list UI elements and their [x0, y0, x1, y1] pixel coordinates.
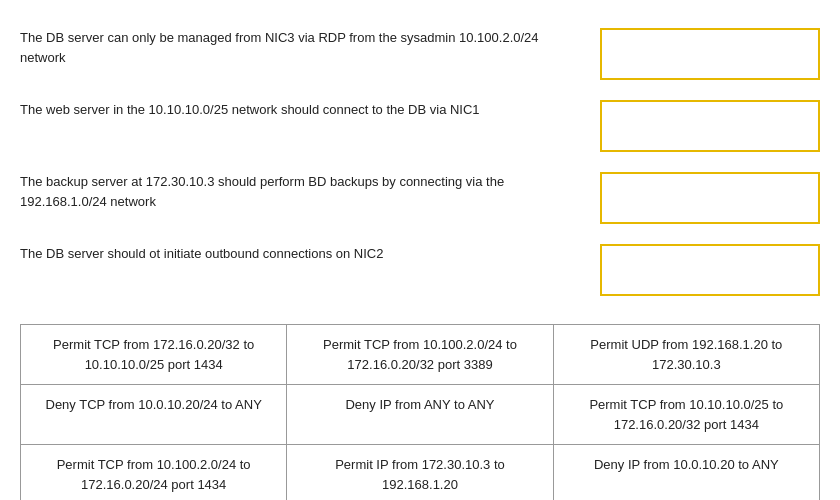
- drag-option-2[interactable]: Permit TCP from 10.100.2.0/24 to 172.16.…: [287, 325, 553, 385]
- drag-option-9[interactable]: Deny IP from 10.0.10.20 to ANY: [554, 445, 820, 500]
- drag-option-7[interactable]: Permit TCP from 10.100.2.0/24 to 172.16.…: [21, 445, 287, 500]
- question-text-3: The backup server at 172.30.10.3 should …: [20, 172, 580, 224]
- answer-box-2[interactable]: [600, 100, 820, 152]
- drag-option-1[interactable]: Permit TCP from 172.16.0.20/32 to 10.10.…: [21, 325, 287, 385]
- drag-option-4[interactable]: Deny TCP from 10.0.10.20/24 to ANY: [21, 385, 287, 445]
- question-text-1: The DB server can only be managed from N…: [20, 28, 580, 80]
- question-text-4: The DB server should ot initiate outboun…: [20, 244, 580, 296]
- answer-box-1[interactable]: [600, 28, 820, 80]
- question-row-1: The DB server can only be managed from N…: [20, 18, 820, 90]
- drag-option-6[interactable]: Permit TCP from 10.10.10.0/25 to 172.16.…: [554, 385, 820, 445]
- options-grid: Permit TCP from 172.16.0.20/32 to 10.10.…: [20, 324, 820, 500]
- drag-option-3[interactable]: Permit UDP from 192.168.1.20 to 172.30.1…: [554, 325, 820, 385]
- questions-section: The DB server can only be managed from N…: [20, 18, 820, 306]
- question-row-4: The DB server should ot initiate outboun…: [20, 234, 820, 306]
- question-row-2: The web server in the 10.10.10.0/25 netw…: [20, 90, 820, 162]
- drag-option-5[interactable]: Deny IP from ANY to ANY: [287, 385, 553, 445]
- answer-box-3[interactable]: [600, 172, 820, 224]
- question-row-3: The backup server at 172.30.10.3 should …: [20, 162, 820, 234]
- answer-box-4[interactable]: [600, 244, 820, 296]
- drag-option-8[interactable]: Permit IP from 172.30.10.3 to 192.168.1.…: [287, 445, 553, 500]
- question-text-2: The web server in the 10.10.10.0/25 netw…: [20, 100, 580, 152]
